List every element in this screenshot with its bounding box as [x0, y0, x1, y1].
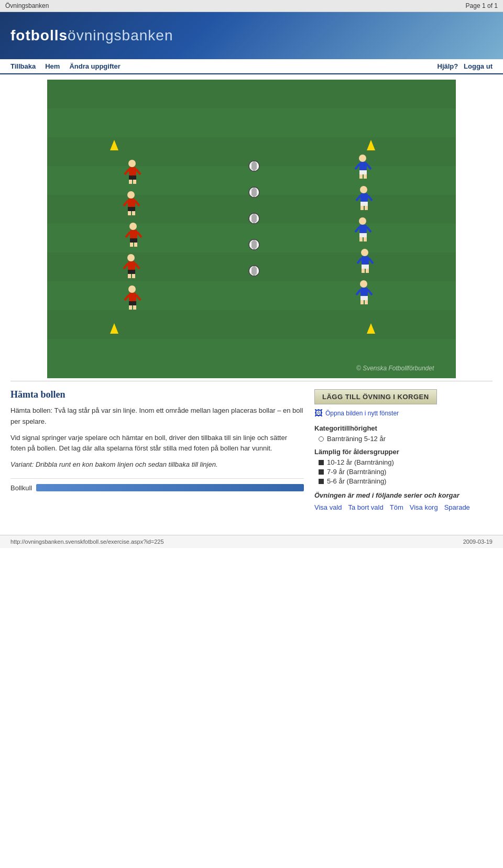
svg-rect-27 — [132, 211, 135, 215]
logo-bold: fotbolls — [10, 27, 68, 43]
nav-right: Hjälp? Logga ut — [438, 62, 493, 70]
svg-rect-38 — [128, 261, 135, 270]
action-ta-bort-vald[interactable]: Ta bort vald — [348, 503, 384, 511]
svg-rect-45 — [129, 293, 136, 301]
exercise-variant: Variant: Dribbla runt en kon bakom linje… — [10, 459, 304, 470]
age-group-label-2: 7-9 år (Barnträning) — [327, 468, 386, 476]
age-group-label-1: 10-12 år (Barnträning) — [327, 458, 394, 466]
series-bar — [36, 484, 304, 491]
svg-rect-68 — [359, 237, 363, 241]
svg-rect-80 — [360, 288, 368, 296]
svg-text:© Svenska Fotbollförbundet: © Svenska Fotbollförbundet — [356, 365, 434, 372]
svg-rect-47 — [129, 305, 132, 310]
age-group-icon-2 — [319, 469, 324, 475]
svg-point-51 — [359, 155, 366, 162]
exercise-field: © Svenska Fotbollförbundet — [47, 80, 456, 378]
age-group-item-2: 7-9 år (Barnträning) — [319, 468, 493, 476]
svg-rect-75 — [362, 269, 365, 273]
svg-point-44 — [128, 285, 136, 293]
svg-rect-62 — [365, 206, 368, 210]
svg-rect-33 — [130, 243, 133, 247]
svg-rect-5 — [47, 310, 456, 339]
nav-hem[interactable]: Hem — [45, 62, 60, 70]
svg-rect-59 — [360, 193, 368, 202]
svg-rect-17 — [129, 167, 136, 175]
svg-rect-19 — [129, 180, 132, 184]
svg-rect-66 — [359, 225, 367, 233]
site-footer: http://ovningsbanken.svenskfotboll.se/ex… — [0, 535, 503, 548]
exercise-description-1: Hämta bollen: Två lag står på var sin li… — [10, 405, 304, 427]
category-label: Barnträning 5-12 år — [327, 435, 386, 443]
exercise-description-2: Vid signal springer varje spelare och hä… — [10, 433, 304, 455]
svg-rect-54 — [359, 174, 363, 179]
main-content: © Svenska Fotbollförbundet — [0, 74, 503, 524]
browser-titlebar: Övningsbanken Page 1 of 1 — [0, 0, 503, 12]
svg-rect-20 — [133, 180, 136, 184]
svg-rect-1 — [47, 80, 456, 108]
svg-rect-52 — [359, 162, 367, 170]
svg-rect-60 — [360, 202, 368, 206]
svg-point-72 — [361, 249, 368, 256]
svg-rect-74 — [362, 265, 369, 269]
svg-rect-32 — [130, 238, 137, 243]
svg-rect-81 — [360, 296, 368, 300]
svg-rect-76 — [366, 269, 369, 273]
age-group-item-1: 10-12 år (Barnträning) — [319, 458, 493, 466]
svg-point-30 — [129, 223, 137, 230]
action-tom[interactable]: Töm — [390, 503, 403, 511]
category-header: Kategoritillhörighet — [314, 424, 493, 432]
site-header: fotbollsövningsbanken — [0, 12, 503, 59]
age-group-icon-1 — [319, 460, 324, 465]
content-left: Hämta bollen Hämta bollen: Två lag står … — [10, 389, 304, 511]
svg-rect-41 — [132, 274, 135, 278]
open-image-label: Öppna bilden i nytt fönster — [325, 410, 399, 417]
svg-rect-18 — [129, 175, 136, 180]
footer-url: http://ovningsbanken.svenskfotboll.se/ex… — [10, 539, 164, 545]
svg-rect-40 — [128, 274, 131, 278]
page-info: Page 1 of 1 — [466, 2, 498, 9]
browser-title: Övningsbanken — [5, 2, 49, 9]
svg-rect-53 — [359, 170, 367, 174]
svg-point-16 — [128, 160, 136, 167]
image-icon: 🖼 — [314, 409, 323, 418]
series-label: Bollkull — [10, 484, 32, 492]
svg-rect-55 — [364, 174, 367, 179]
svg-rect-83 — [365, 300, 368, 304]
svg-rect-34 — [134, 243, 137, 247]
nav-hjalp[interactable]: Hjälp? — [438, 62, 458, 70]
age-group-item-3: 5-6 år (Barnträning) — [319, 477, 493, 485]
action-visa-vald[interactable]: Visa vald — [314, 503, 342, 511]
svg-rect-61 — [360, 206, 364, 210]
nav-tillbaka[interactable]: Tillbaka — [10, 62, 36, 70]
action-visa-korg[interactable]: Visa korg — [410, 503, 438, 511]
svg-rect-25 — [128, 207, 135, 211]
svg-rect-82 — [360, 300, 364, 304]
svg-rect-69 — [364, 237, 367, 241]
series-section-header: Övningen är med i följande serier och ko… — [314, 491, 493, 499]
svg-point-37 — [127, 254, 135, 261]
logo-rest: övningsbanken — [68, 27, 173, 43]
age-groups-header: Lämplig för åldersgrupper — [314, 448, 493, 456]
action-sparade[interactable]: Sparade — [444, 503, 470, 511]
svg-rect-26 — [128, 211, 131, 215]
nav-logga-ut[interactable]: Logga ut — [464, 62, 493, 70]
footer-date: 2009-03-19 — [463, 539, 493, 545]
svg-rect-24 — [128, 199, 135, 207]
nav-left: Tillbaka Hem Ändra uppgifter — [10, 62, 121, 70]
nav-andra-uppgifter[interactable]: Ändra uppgifter — [69, 62, 121, 70]
svg-rect-73 — [362, 256, 369, 265]
field-svg: © Svenska Fotbollförbundet — [47, 80, 456, 378]
svg-point-23 — [127, 191, 135, 199]
svg-rect-46 — [129, 301, 136, 305]
site-nav: Tillbaka Hem Ändra uppgifter Hjälp? Logg… — [0, 59, 503, 74]
site-logo: fotbollsövningsbanken — [10, 27, 173, 44]
svg-rect-31 — [130, 230, 137, 238]
add-to-cart-button[interactable]: LÄGG TILL ÖVNING I KORGEN — [314, 389, 437, 404]
svg-point-58 — [360, 186, 367, 193]
content-right: LÄGG TILL ÖVNING I KORGEN 🖼 Öppna bilden… — [314, 389, 493, 511]
svg-point-79 — [360, 280, 367, 288]
action-links: Visa vald Ta bort vald Töm Visa korg Spa… — [314, 503, 493, 511]
svg-rect-48 — [133, 305, 136, 310]
svg-rect-67 — [359, 233, 367, 237]
open-image-link[interactable]: 🖼 Öppna bilden i nytt fönster — [314, 409, 493, 418]
